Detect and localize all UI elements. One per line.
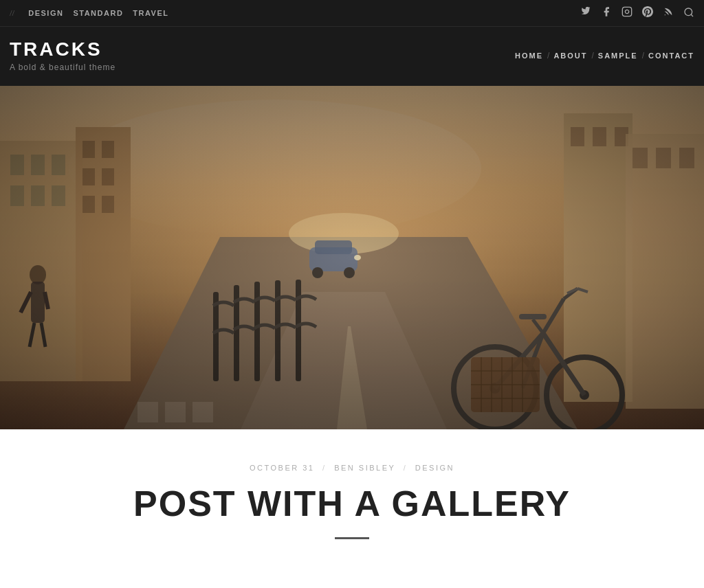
- site-description: A bold & beautiful theme: [10, 63, 116, 72]
- post-content: OCTOBER 31 / BEN SIBLEY / DESIGN POST WI…: [0, 429, 704, 567]
- nav-sep-3: /: [642, 51, 644, 60]
- post-title: POST WITH A GALLERY: [14, 484, 690, 523]
- nav-contact[interactable]: CONTACT: [648, 52, 694, 60]
- site-title: TRACKS: [10, 39, 116, 60]
- top-bar: // DESIGN STANDARD TRAVEL: [0, 0, 704, 26]
- site-branding: TRACKS A bold & beautiful theme: [10, 39, 116, 72]
- category-link-design[interactable]: DESIGN: [28, 9, 63, 17]
- meta-sep-1: /: [322, 464, 327, 472]
- pinterest-icon[interactable]: [642, 6, 653, 20]
- nav-sep-2: /: [592, 51, 594, 60]
- search-button[interactable]: [683, 7, 694, 20]
- nav-about[interactable]: ABOUT: [553, 52, 587, 60]
- svg-point-2: [665, 14, 666, 15]
- rss-icon[interactable]: [663, 6, 674, 20]
- main-nav: HOME / ABOUT / SAMPLE / CONTACT: [515, 51, 694, 60]
- hero-image: [0, 86, 704, 429]
- facebook-icon[interactable]: [601, 6, 612, 20]
- twitter-icon[interactable]: [580, 7, 591, 19]
- hero-image-inner: [0, 86, 704, 429]
- post-meta: OCTOBER 31 / BEN SIBLEY / DESIGN: [14, 464, 690, 472]
- category-link-standard[interactable]: STANDARD: [73, 9, 123, 17]
- post-author: BEN SIBLEY: [334, 464, 395, 472]
- nav-home[interactable]: HOME: [515, 52, 543, 60]
- meta-sep-2: /: [404, 464, 408, 472]
- svg-rect-75: [0, 86, 704, 429]
- category-link-travel[interactable]: TRAVEL: [133, 9, 168, 17]
- svg-line-4: [691, 14, 693, 16]
- hero-illustration: [0, 86, 704, 429]
- post-category: DESIGN: [415, 464, 454, 472]
- top-bar-categories: // DESIGN STANDARD TRAVEL: [10, 8, 169, 19]
- svg-point-3: [685, 8, 692, 16]
- top-bar-social: [580, 6, 694, 20]
- post-date: OCTOBER 31: [250, 464, 315, 472]
- site-header: TRACKS A bold & beautiful theme HOME / A…: [0, 26, 704, 86]
- svg-rect-0: [622, 7, 631, 16]
- nav-sep-1: /: [547, 51, 549, 60]
- top-bar-sep: //: [10, 8, 14, 19]
- nav-sample[interactable]: SAMPLE: [598, 52, 638, 60]
- post-title-divider: [335, 537, 369, 539]
- instagram-icon[interactable]: [622, 6, 632, 20]
